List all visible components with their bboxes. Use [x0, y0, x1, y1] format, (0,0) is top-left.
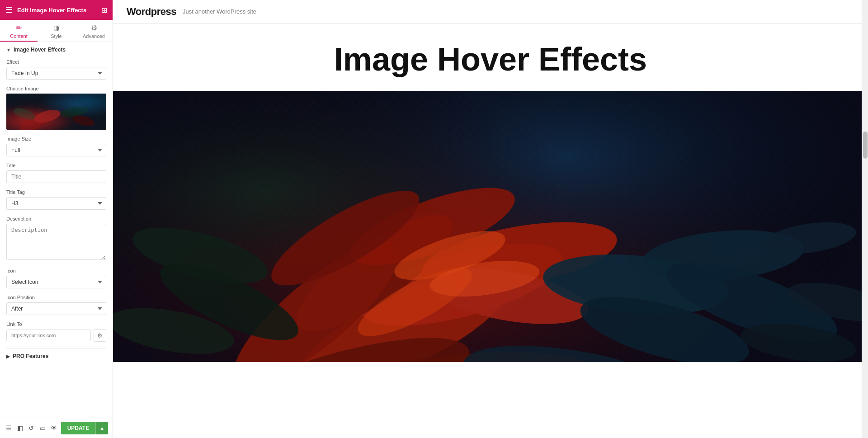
chevron-right-icon: ▶	[6, 354, 10, 359]
description-label: Description	[6, 216, 106, 221]
pro-features-label: PRO Features	[13, 353, 48, 359]
svg-rect-1	[6, 94, 106, 130]
description-textarea[interactable]	[6, 224, 106, 260]
link-to-wrapper: ⚙	[6, 329, 106, 342]
hero-svg: Activate Windows Go to Settings to activ…	[113, 91, 868, 362]
tab-advanced[interactable]: ⚙ Advanced	[75, 20, 113, 42]
link-to-field-group: Link To ⚙	[6, 321, 106, 342]
title-tag-label: Title Tag	[6, 189, 106, 195]
icon-label: Icon	[6, 268, 106, 273]
title-tag-select[interactable]: H3	[6, 197, 106, 210]
link-settings-button[interactable]: ⚙	[94, 329, 106, 342]
description-field-group: Description	[6, 216, 106, 262]
image-thumbnail[interactable]	[6, 94, 106, 130]
svg-point-5	[12, 106, 37, 122]
panel-content: ▼ Image Hover Effects Effect Fade In Up …	[0, 42, 113, 418]
main-content: Image Hover Effects	[113, 24, 868, 438]
chevron-down-icon: ▼	[6, 47, 11, 52]
choose-image-field-group: Choose Image	[6, 86, 106, 130]
left-panel: ☰ Edit Image Hover Effects ⊞ ✏ Content ◑…	[0, 0, 113, 438]
image-size-field-group: Image Size Full	[6, 136, 106, 156]
bottom-icon-preview[interactable]: 👁	[50, 422, 58, 434]
image-size-label: Image Size	[6, 136, 106, 141]
icon-field-group: Icon Select Icon	[6, 268, 106, 288]
page-heading: Image Hover Effects	[127, 42, 854, 77]
bottom-icon-responsive[interactable]: ▭	[38, 422, 47, 434]
scrollbar-thumb	[863, 132, 868, 159]
grid-icon[interactable]: ⊞	[101, 6, 107, 14]
svg-point-3	[16, 109, 51, 130]
wp-logo: Wordpress	[127, 6, 176, 18]
tab-content[interactable]: ✏ Content	[0, 20, 38, 42]
hero-image: Activate Windows Go to Settings to activ…	[113, 91, 868, 362]
section-header-image-hover[interactable]: ▼ Image Hover Effects	[6, 47, 106, 53]
bottom-icon-layers[interactable]: ◧	[16, 422, 24, 434]
advanced-icon: ⚙	[91, 24, 97, 32]
choose-image-label: Choose Image	[6, 86, 106, 91]
effect-select[interactable]: Fade In Up	[6, 67, 106, 80]
right-area: Wordpress Just another WordPress site Im…	[113, 0, 868, 438]
page-title-area: Image Hover Effects	[113, 24, 868, 91]
pro-features-section[interactable]: ▶ PRO Features	[6, 348, 106, 364]
effect-field-group: Effect Fade In Up	[6, 59, 106, 80]
tab-style[interactable]: ◑ Style	[38, 20, 75, 42]
image-size-select[interactable]: Full	[6, 144, 106, 156]
icon-position-select[interactable]: After	[6, 302, 106, 315]
svg-point-4	[33, 108, 61, 125]
icon-position-field-group: Icon Position After	[6, 295, 106, 315]
tabs-bar: ✏ Content ◑ Style ⚙ Advanced	[0, 20, 113, 42]
title-field-group: Title	[6, 163, 106, 183]
svg-point-6	[60, 105, 89, 118]
title-input[interactable]	[6, 170, 106, 183]
svg-rect-2	[6, 94, 106, 130]
update-group: UPDATE ▲	[61, 422, 108, 434]
effect-label: Effect	[6, 59, 106, 65]
hamburger-icon[interactable]: ☰	[5, 5, 13, 15]
thumbnail-svg	[6, 94, 106, 130]
wp-tagline: Just another WordPress site	[183, 8, 256, 15]
wp-header: Wordpress Just another WordPress site	[113, 0, 868, 24]
top-bar: ☰ Edit Image Hover Effects ⊞	[0, 0, 113, 20]
bottom-icon-history[interactable]: ↺	[27, 422, 36, 434]
icon-position-label: Icon Position	[6, 295, 106, 300]
update-arrow-button[interactable]: ▲	[95, 422, 108, 434]
image-preview	[6, 94, 106, 130]
link-to-input[interactable]	[6, 330, 91, 341]
icon-select[interactable]: Select Icon	[6, 276, 106, 288]
bottom-icon-1[interactable]: ☰	[5, 422, 13, 434]
content-icon: ✏	[16, 24, 22, 32]
right-scrollbar[interactable]	[862, 0, 868, 438]
bottom-bar: ☰ ◧ ↺ ▭ 👁 UPDATE ▲	[0, 418, 113, 438]
svg-rect-0	[6, 94, 106, 130]
style-icon: ◑	[53, 24, 60, 32]
section-title: Image Hover Effects	[14, 47, 66, 53]
update-button[interactable]: UPDATE	[61, 422, 95, 434]
editor-title: Edit Image Hover Effects	[17, 7, 97, 14]
title-tag-field-group: Title Tag H3	[6, 189, 106, 210]
svg-point-7	[71, 113, 96, 128]
link-to-label: Link To	[6, 321, 106, 327]
title-label: Title	[6, 163, 106, 168]
